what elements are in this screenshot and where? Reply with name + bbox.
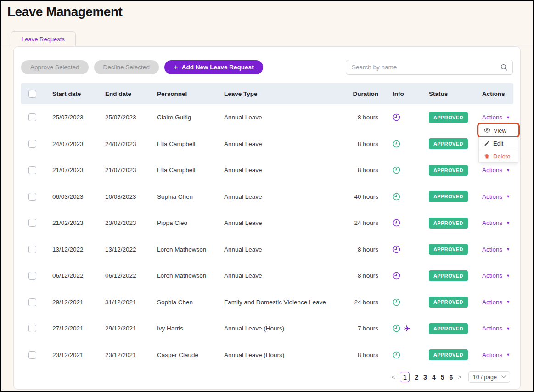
row-checkbox[interactable] xyxy=(28,219,36,227)
status-cell: APPROVED xyxy=(419,244,470,255)
personnel-cell: Sophia Chen xyxy=(150,299,217,306)
actions-button[interactable]: Actions▼ xyxy=(482,325,510,332)
row-checkbox[interactable] xyxy=(28,351,36,359)
pagination-page-2[interactable]: 2 xyxy=(415,374,418,381)
page-size-select[interactable]: 10 / page xyxy=(468,371,510,383)
row-checkbox[interactable] xyxy=(28,325,36,332)
info-cell xyxy=(378,351,419,359)
personnel-cell: Claire Gultig xyxy=(150,114,217,121)
actions-button[interactable]: Actions▼ xyxy=(482,272,510,279)
actions-cell: Actions▼ xyxy=(470,352,513,358)
actions-button[interactable]: Actions▼ xyxy=(482,167,510,174)
start-date-cell: 23/12/2021 xyxy=(45,352,98,358)
row-checkbox[interactable] xyxy=(28,113,36,121)
actions-button[interactable]: Actions▼ xyxy=(482,299,510,306)
actions-label: Actions xyxy=(482,325,502,332)
menu-item-view[interactable]: View xyxy=(479,124,518,137)
actions-button[interactable]: Actions▼ xyxy=(482,114,510,121)
toolbar: Approve Selected Decline Selected + Add … xyxy=(21,60,513,75)
decline-selected-button[interactable]: Decline Selected xyxy=(94,60,159,74)
personnel-cell: Casper Claude xyxy=(150,352,217,358)
row-checkbox[interactable] xyxy=(28,193,36,201)
trash-icon xyxy=(484,153,490,159)
end-date-cell: 24/07/2023 xyxy=(98,140,150,147)
status-cell: APPROVED xyxy=(419,323,470,334)
start-date-cell: 06/12/2022 xyxy=(45,272,98,279)
tab-leave-requests[interactable]: Leave Requests xyxy=(11,31,76,46)
leave-type-cell: Family and Domestic Violence Leave xyxy=(217,299,336,306)
pagination-page-4[interactable]: 4 xyxy=(432,374,436,381)
chevron-down-icon: ▼ xyxy=(506,221,510,225)
row-checkbox[interactable] xyxy=(28,272,36,280)
duration-cell: 8 hours xyxy=(336,352,378,358)
plus-icon: + xyxy=(174,63,178,72)
end-date-cell: 23/02/2023 xyxy=(98,219,150,226)
status-cell: APPROVED xyxy=(419,138,470,149)
status-cell: APPROVED xyxy=(419,297,470,308)
duration-cell: 8 hours xyxy=(336,246,378,253)
approve-selected-button[interactable]: Approve Selected xyxy=(21,60,89,74)
personnel-cell: Pippa Cleo xyxy=(150,219,217,226)
end-date-cell: 23/12/2021 xyxy=(98,352,150,358)
duration-cell: 8 hours xyxy=(336,140,378,147)
status-badge: APPROVED xyxy=(429,218,468,229)
start-date-cell: 21/02/2023 xyxy=(45,219,98,226)
chevron-down-icon: ▼ xyxy=(506,300,510,304)
pagination-page-5[interactable]: 5 xyxy=(441,374,444,381)
leave-type-cell: Annual Leave (Hours) xyxy=(217,352,336,358)
row-checkbox[interactable] xyxy=(28,140,36,148)
leave-type-cell: Annual Leave xyxy=(217,140,336,147)
actions-label: Actions xyxy=(482,352,502,358)
column-header-duration: Duration xyxy=(336,90,378,97)
actions-button[interactable]: Actions▼ xyxy=(482,352,510,358)
start-date-cell: 29/12/2021 xyxy=(45,299,98,306)
status-cell: APPROVED xyxy=(419,112,470,123)
start-date-cell: 06/03/2023 xyxy=(45,193,98,200)
status-badge: APPROVED xyxy=(429,138,468,149)
personnel-cell: Ivy Harris xyxy=(150,325,217,332)
pagination-page-1[interactable]: 1 xyxy=(400,372,410,382)
row-checkbox[interactable] xyxy=(28,166,36,174)
duration-cell: 24 hours xyxy=(336,219,378,226)
pagination-next-icon[interactable]: > xyxy=(458,374,461,381)
status-badge: APPROVED xyxy=(429,349,468,360)
info-cell xyxy=(378,325,419,332)
actions-label: Actions xyxy=(482,299,502,306)
actions-cell: Actions▼ xyxy=(470,299,513,306)
column-header-leave-type: Leave Type xyxy=(217,90,336,97)
personnel-cell: Ella Campbell xyxy=(150,140,217,147)
actions-button[interactable]: Actions▼ xyxy=(482,219,510,226)
row-checkbox[interactable] xyxy=(28,246,36,253)
add-new-leave-request-button[interactable]: + Add New Leave Request xyxy=(164,60,263,74)
duration-cell: 8 hours xyxy=(336,114,378,121)
table-row: 21/02/202323/02/2023Pippa CleoAnnual Lea… xyxy=(21,210,513,236)
menu-item-label: View xyxy=(494,127,506,134)
table-body: 25/07/202325/07/2023Claire GultigAnnual … xyxy=(21,104,513,368)
menu-item-delete[interactable]: Delete xyxy=(479,150,518,162)
status-cell: APPROVED xyxy=(419,218,470,229)
leave-type-cell: Annual Leave xyxy=(217,193,336,200)
status-badge: APPROVED xyxy=(429,244,468,255)
menu-item-label: Edit xyxy=(493,140,503,147)
pagination-pages: 123456 xyxy=(400,372,453,382)
actions-label: Actions xyxy=(482,272,502,279)
info-cell xyxy=(378,219,419,227)
pagination-page-6[interactable]: 6 xyxy=(449,374,453,381)
menu-item-edit[interactable]: Edit xyxy=(479,137,518,150)
row-checkbox[interactable] xyxy=(28,298,36,306)
pagination-page-3[interactable]: 3 xyxy=(423,374,427,381)
tab-bar: Leave Requests xyxy=(1,31,533,46)
select-all-checkbox[interactable] xyxy=(28,90,36,98)
pagination-prev-icon[interactable]: < xyxy=(392,374,395,381)
plane-icon xyxy=(404,325,411,332)
duration-cell: 7 hours xyxy=(336,325,378,332)
table-row: 21/07/202321/07/2023Ella CampbellAnnual … xyxy=(21,157,513,184)
info-cell xyxy=(378,113,419,121)
table-row: 06/12/202206/12/2022Loren MathewsonAnnua… xyxy=(21,263,513,289)
actions-button[interactable]: Actions▼ xyxy=(482,246,510,253)
menu-item-label: Delete xyxy=(493,153,511,160)
search-input[interactable] xyxy=(346,60,513,75)
actions-label: Actions xyxy=(482,114,502,121)
actions-label: Actions xyxy=(482,219,502,226)
actions-button[interactable]: Actions▼ xyxy=(482,193,510,200)
